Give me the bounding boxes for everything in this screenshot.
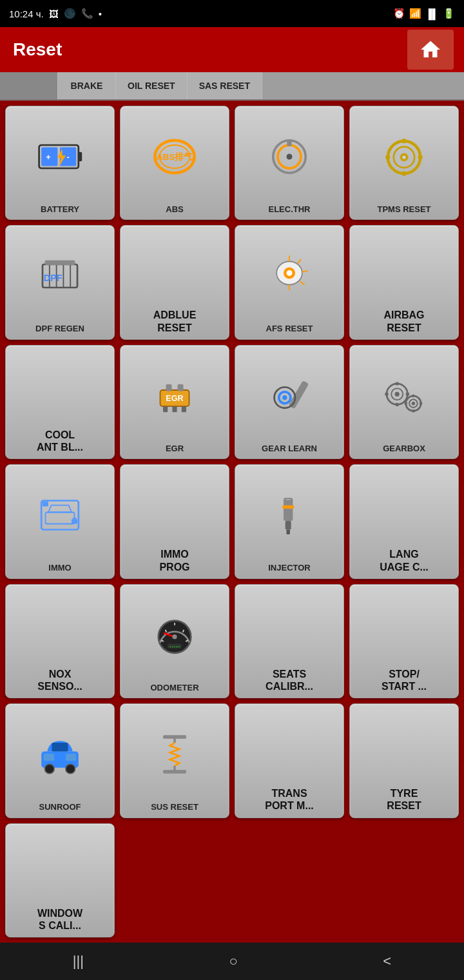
header: Reset [0,27,464,72]
status-icon-dot: • [99,8,102,19]
nav-recent-apps[interactable]: ||| [73,953,84,970]
status-time: 10:24 ч. [9,8,44,19]
svg-rect-67 [284,498,293,521]
afs-label: AFS RESET [266,324,313,334]
coolant-label: COOLANT BL... [37,429,83,453]
svg-point-52 [396,403,399,406]
coolant-icon-area [8,351,111,429]
sus-icon-area [123,709,226,799]
grid-item-injector[interactable]: INJECTOR [235,464,344,578]
svg-point-18 [385,155,390,159]
grid-item-gear-learn[interactable]: GEAR LEARN [235,345,344,459]
grid-item-nox[interactable]: NOXSENSO... [5,584,115,698]
egr-icon: EGR [151,373,198,419]
svg-point-16 [401,139,406,143]
dpf-label: DPF REGEN [35,324,84,334]
grid-item-transport[interactable]: TRANSPORT M... [235,703,344,818]
windows-icon-area [8,829,111,907]
grid-item-tpms[interactable]: TPMS RESET [349,106,459,220]
abs-icon: ABS排气 [151,133,198,180]
sus-icon [151,731,198,778]
grid-item-coolant[interactable]: COOLANT BL... [5,345,115,459]
svg-text:DPF: DPF [44,273,63,283]
svg-text:EGR: EGR [166,394,183,403]
svg-line-31 [298,259,301,264]
svg-point-57 [412,402,415,405]
svg-rect-69 [287,530,290,534]
svg-rect-41 [163,406,168,412]
airbag-label: AIRBAGRESET [383,309,424,333]
grid-item-airbag[interactable]: AIRBAGRESET [349,225,459,339]
wifi-icon: 📶 [409,8,421,19]
svg-rect-85 [66,754,76,761]
tpms-icon-area [353,112,456,202]
tab-sas[interactable]: SAS RESET [188,72,262,99]
immo-icon-area [8,470,111,560]
immo-prog-label: IMMOPROG [159,548,189,573]
grid-item-immo-prog[interactable]: IMMOPROG [120,464,229,578]
odometer-icon-area: • • • • • [123,590,226,680]
grid-item-egr[interactable]: EGR EGR [120,345,229,459]
grid-item-seats[interactable]: SEATSCALIBR... [235,584,344,698]
seats-icon-area [238,590,341,668]
svg-point-50 [395,391,400,396]
svg-rect-91 [163,770,186,773]
nav-back[interactable]: < [383,953,391,970]
svg-point-36 [287,270,293,276]
svg-point-54 [406,392,409,395]
grid-item-immo[interactable]: IMMO [5,464,115,578]
svg-point-19 [418,155,423,159]
home-button[interactable] [407,30,454,70]
grid-item-afs[interactable]: AFS RESET [235,225,344,339]
tabs-row: BRAKE OIL RESET SAS RESET [0,72,464,101]
svg-point-79 [172,634,177,639]
signal-icon: ▐▌ [425,8,439,19]
grid-item-language[interactable]: LANGUAGE C... [349,464,459,578]
svg-point-51 [396,382,399,385]
immo-prog-icon-area [123,470,226,548]
stop-start-label: STOP/START ... [382,668,427,692]
svg-rect-42 [172,406,177,412]
tab-blank[interactable] [0,72,58,99]
battery-label: BATTERY [41,204,79,215]
grid-item-adblue[interactable]: ADBLUERESET [120,225,229,339]
gear-learn-icon-area [238,351,341,441]
tyre-icon-area [353,709,456,787]
svg-rect-38 [166,384,172,391]
gearbox-icon [381,373,427,419]
nav-home[interactable]: ○ [229,953,238,970]
grid-item-windows[interactable]: WINDOWS CALI... [5,823,115,937]
grid-item-sunroof[interactable]: SUNROOF [5,703,115,818]
svg-marker-64 [48,505,72,513]
grid-item-battery[interactable]: + - BATTERY [5,106,115,220]
odometer-label: ODOMETER [150,683,198,693]
adblue-icon-area [123,231,226,309]
gearbox-label: GEARBOX [383,444,425,454]
tab-brake[interactable]: BRAKE [58,72,116,99]
svg-point-47 [282,395,287,400]
grid-item-sus[interactable]: SUS RESET [120,703,229,818]
grid-item-abs[interactable]: ABS排气 ABS [120,106,229,220]
language-icon-area [353,470,456,548]
tab-oil[interactable]: OIL RESET [116,72,188,99]
svg-point-87 [66,764,75,773]
grid-item-tyre[interactable]: TYRERESET [349,703,459,818]
grid-item-odometer[interactable]: • • • • • ODOMETER [120,584,229,698]
svg-rect-68 [285,521,291,530]
afs-icon-area [238,231,341,321]
battery-icon: 🔋 [443,8,455,19]
grid-item-gearbox[interactable]: GEARBOX [349,345,459,459]
egr-icon-area: EGR [123,351,226,441]
immo-label: IMMO [48,563,71,573]
grid-item-electhr[interactable]: ELEC.THR [235,106,344,220]
transport-label: TRANSPORT M... [265,787,314,812]
svg-point-86 [45,764,54,773]
immo-icon [37,492,83,538]
grid-item-dpf[interactable]: DPF DPF REGEN [5,225,115,339]
svg-point-61 [420,402,423,405]
electhr-icon-area [238,112,341,202]
sus-label: SUS RESET [151,802,198,812]
svg-point-59 [412,409,415,413]
windows-label: WINDOWS CALI... [37,907,82,932]
grid-item-stop-start[interactable]: STOP/START ... [349,584,459,698]
